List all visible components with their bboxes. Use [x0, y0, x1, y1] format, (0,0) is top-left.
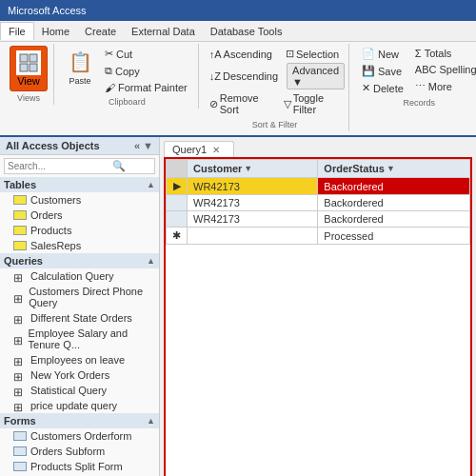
sidebar-item-ny-orders[interactable]: ⊞ New York Orders — [0, 367, 159, 383]
ribbon-group-sort-filter: ↑A Ascending ⊡ Selection ↓Z Descending A… — [201, 44, 349, 131]
descending-button[interactable]: ↓Z Descending — [205, 69, 283, 84]
paste-button[interactable]: 📋 Paste — [62, 46, 98, 89]
table-row[interactable]: WR42173 Backordered — [167, 195, 470, 211]
ascending-button[interactable]: ↑A Ascending — [205, 47, 277, 62]
sidebar-item-calculation-query[interactable]: ⊞ Calculation Query — [0, 268, 159, 284]
cut-button[interactable]: ✂ Cut — [100, 46, 192, 62]
query-icon-emp-leave: ⊞ — [13, 355, 27, 365]
ribbon-group-clipboard: 📋 Paste ✂ Cut ⧉ Copy 🖌 Format Painter Cl… — [56, 44, 199, 109]
status-cell-3[interactable]: Backordered — [318, 211, 470, 228]
sidebar-item-statistical[interactable]: ⊞ Statistical Query — [0, 383, 159, 398]
sidebar-item-employee-salary[interactable]: ⊞ Employee Salary and Tenure Q... — [0, 326, 159, 352]
search-box[interactable]: 🔍 — [4, 158, 155, 174]
forms-section-header[interactable]: Forms ▲ — [0, 413, 159, 428]
sort-filter-group-label: Sort & Filter — [205, 118, 345, 129]
tables-section-header[interactable]: Tables ▲ — [0, 177, 159, 192]
sidebar-item-label-diff-state: Different State Orders — [30, 312, 132, 324]
table-icon-customers — [13, 195, 27, 205]
sidebar-item-products[interactable]: Products — [0, 223, 159, 238]
query-tab[interactable]: Query1 ✕ — [164, 141, 234, 157]
sidebar-item-price-update[interactable]: ⊞ price update query — [0, 398, 159, 413]
sidebar-item-customers-orderform[interactable]: Customers Orderform — [0, 428, 159, 444]
remove-sort-button[interactable]: ⊘ Remove Sort — [205, 90, 275, 117]
copy-label: Copy — [115, 66, 140, 77]
table-row[interactable]: ▶ WR42173 Backordered — [167, 178, 470, 195]
sort-row-1: ↑A Ascending ⊡ Selection — [205, 46, 345, 62]
advanced-button[interactable]: Advanced ▼ — [287, 63, 345, 89]
sidebar-menu-icon[interactable]: ▼ — [143, 140, 153, 151]
new-record-label: New — [378, 49, 399, 60]
customer-cell-1[interactable]: WR42173 — [188, 178, 318, 195]
menu-file[interactable]: File — [0, 22, 34, 40]
content-area: Query1 ✕ Customer ▼ — [160, 137, 476, 476]
totals-button[interactable]: Σ Totals — [410, 46, 476, 61]
save-record-icon: 💾 — [362, 65, 375, 77]
main-area: All Access Objects « ▼ 🔍 Tables ▲ Custom… — [0, 137, 476, 476]
copy-button[interactable]: ⧉ Copy — [100, 63, 192, 79]
table-row[interactable]: WR42173 Backordered — [167, 211, 470, 228]
sidebar: All Access Objects « ▼ 🔍 Tables ▲ Custom… — [0, 137, 160, 476]
more-button[interactable]: ⋯ More — [410, 78, 476, 94]
copy-icon: ⧉ — [105, 65, 112, 77]
view-button[interactable]: View — [10, 46, 48, 91]
sidebar-item-label-products-split: Products Split Form — [30, 461, 123, 472]
status-col-label: OrderStatus — [324, 163, 385, 174]
status-cell-1[interactable]: Backordered — [318, 178, 470, 195]
ribbon: View Views 📋 Paste ✂ Cut ⧉ Copy 🖌 — [0, 42, 476, 137]
forms-arrow-icon: ▲ — [147, 416, 155, 426]
form-icon-products — [13, 462, 27, 471]
spelling-button[interactable]: ABC Spelling — [410, 62, 476, 77]
selection-label: Selection — [296, 49, 339, 60]
delete-record-button[interactable]: ✕ Delete — [357, 80, 408, 96]
search-input[interactable] — [8, 161, 112, 171]
menu-database-tools[interactable]: Database Tools — [203, 23, 290, 40]
customer-col-label: Customer — [193, 163, 242, 174]
menu-home[interactable]: Home — [34, 23, 77, 40]
new-record-button[interactable]: 📄 New — [357, 46, 408, 62]
table-row-new[interactable]: ✱ Processed — [167, 228, 470, 245]
column-header-customer[interactable]: Customer ▼ — [188, 160, 318, 178]
queries-section-header[interactable]: Queries ▲ — [0, 253, 159, 268]
save-record-label: Save — [378, 66, 402, 77]
status-cell-new[interactable]: Processed — [318, 228, 470, 245]
sidebar-item-orders-subform[interactable]: Orders Subform — [0, 444, 159, 459]
descending-icon: ↓Z — [209, 70, 221, 82]
sidebar-item-customers[interactable]: Customers — [0, 192, 159, 208]
sidebar-item-label-emp-salary: Employee Salary and Tenure Q... — [29, 327, 155, 350]
totals-icon: Σ — [415, 48, 422, 59]
ribbon-group-views: View Views — [4, 44, 54, 105]
menu-bar: File Home Create External Data Database … — [0, 21, 476, 42]
query-icon-calculation: ⊞ — [13, 271, 27, 281]
customer-cell-new[interactable] — [188, 228, 318, 245]
queries-arrow-icon: ▲ — [147, 256, 155, 266]
ribbon-views-buttons: View — [10, 46, 48, 91]
paste-label: Paste — [69, 76, 90, 86]
selection-button[interactable]: ⊡ Selection — [281, 46, 344, 62]
sidebar-chevron-icon[interactable]: « — [134, 140, 140, 151]
customer-filter-icon[interactable]: ▼ — [244, 164, 252, 173]
menu-external-data[interactable]: External Data — [124, 23, 203, 40]
sidebar-item-label-salesreps: SalesReps — [30, 240, 81, 251]
sidebar-header-icons: « ▼ — [134, 140, 153, 151]
totals-label: Totals — [425, 48, 452, 59]
save-record-button[interactable]: 💾 Save — [357, 63, 408, 79]
sidebar-item-customers-phone[interactable]: ⊞ Customers Direct Phone Query — [0, 284, 159, 310]
customer-cell-2[interactable]: WR42173 — [188, 195, 318, 211]
sidebar-item-salesreps[interactable]: SalesReps — [0, 238, 159, 253]
toggle-filter-button[interactable]: ▽ Toggle Filter — [279, 90, 345, 117]
menu-create[interactable]: Create — [77, 23, 124, 40]
column-header-status[interactable]: OrderStatus ▼ — [318, 160, 470, 178]
status-filter-icon[interactable]: ▼ — [387, 164, 395, 173]
sidebar-item-different-state[interactable]: ⊞ Different State Orders — [0, 310, 159, 326]
format-painter-icon: 🖌 — [105, 82, 115, 93]
form-icon-customers — [13, 431, 27, 441]
status-cell-2[interactable]: Backordered — [318, 195, 470, 211]
query-tab-close-button[interactable]: ✕ — [212, 145, 220, 155]
sidebar-item-products-split[interactable]: Products Split Form — [0, 459, 159, 474]
customer-cell-3[interactable]: WR42173 — [188, 211, 318, 228]
format-painter-button[interactable]: 🖌 Format Painter — [100, 80, 192, 95]
row-selector-3 — [167, 211, 188, 228]
sidebar-item-orders[interactable]: Orders — [0, 208, 159, 223]
sidebar-title: All Access Objects — [6, 140, 100, 151]
sidebar-item-employees-leave[interactable]: ⊞ Employees on leave — [0, 352, 159, 367]
